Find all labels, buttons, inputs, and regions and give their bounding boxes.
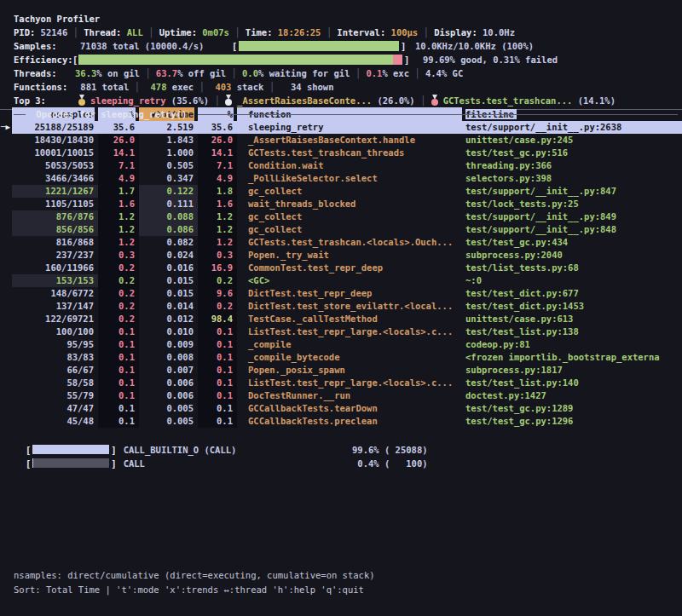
cell-file-line: ~:0 [465, 274, 682, 287]
table-row[interactable]: 100/1000.10.0100.1ListTest.test_repr_lar… [0, 325, 682, 338]
cell-tottime-pct: 0.2 [98, 262, 139, 274]
opcode-name: CALL_BUILTIN_O (CALL) [117, 444, 340, 457]
cell-nsamples: 237/237 [12, 249, 98, 262]
table-row[interactable]: 1105/11051.60.1111.6wait_threads_blocked… [0, 198, 682, 210]
table-row[interactable]: 47/470.10.0050.1GCCallbackTests.tearDown… [0, 402, 682, 415]
cell-function: GCCallbackTests.tearDown [237, 402, 465, 415]
table-row[interactable]: 95/950.10.0090.1_compilecodeop.py:81 [0, 338, 682, 351]
cell-cumtime-pct: 1.2 [198, 210, 237, 223]
cell-cumtime-pct: 16.9 [198, 262, 237, 274]
cell-function: ListTest.test_repr_large.<locals>.c... [237, 325, 465, 338]
samples-bar-close-bracket: ] [401, 39, 406, 53]
opcode-bar-fill [32, 458, 33, 468]
table-row[interactable]: 876/8761.20.0881.2gc_collecttest/support… [0, 210, 682, 223]
table-row[interactable]: 160/119660.20.01616.9CommonTest.test_rep… [0, 262, 682, 274]
opcode-count: ( 25088) [379, 445, 428, 455]
cell-nsamples: 55/79 [12, 389, 98, 402]
function-table: nsamples%▼tottime%functionfile:line25188… [0, 107, 682, 428]
cell-file-line: test/test_list.py:140 [465, 377, 682, 389]
row-gutter [0, 223, 12, 236]
top-function-share: (35.6%) [166, 95, 210, 106]
cell-file-line: test/test_gc.py:434 [465, 236, 682, 249]
cell-file-line: test/support/__init__.py:847 [465, 185, 682, 198]
threads-label: Threads: [14, 66, 57, 80]
table-row[interactable]: 55/790.10.0060.1DocTestRunner.__rundocte… [0, 389, 682, 402]
table-row[interactable]: 153/1530.20.0150.2<GC>~:0 [0, 274, 682, 287]
table-row[interactable]: 18430/1843026.01.84326.0_AssertRaisesBas… [0, 134, 682, 147]
row-gutter [0, 287, 12, 300]
cell-function: gc_collect [237, 223, 465, 236]
thread-stat-value: 4.4 [425, 68, 442, 78]
cell-file-line: subprocess.py:1817 [465, 364, 682, 377]
table-row[interactable]: 237/2370.30.0240.3Popen._try_waitsubproc… [0, 249, 682, 262]
status-value: 100µs [391, 27, 419, 37]
cell-file-line: unittest/case.py:613 [465, 313, 682, 325]
cell-file-line: test/lock_tests.py:25 [465, 198, 682, 210]
cell-nsamples: 3466/3466 [12, 172, 98, 185]
row-gutter [0, 364, 12, 377]
cell-tottime: 0.024 [139, 249, 198, 262]
opcode-percent: 0.4% [340, 458, 379, 470]
cell-nsamples: 153/153 [12, 274, 98, 287]
table-row[interactable]: 1221/12671.70.1221.8gc_collecttest/suppo… [0, 185, 682, 198]
row-gutter [0, 172, 12, 185]
cell-tottime: 0.005 [139, 402, 198, 415]
top-function-name: _AssertRaisesBaseConte... [237, 95, 372, 106]
row-gutter [0, 325, 12, 338]
cell-nsamples: 856/856 [12, 223, 98, 236]
thread-stat-text: % off gil [177, 68, 226, 78]
status-value: 18:26:25 [278, 27, 321, 37]
cell-tottime: 0.006 [139, 389, 198, 402]
cell-file-line: subprocess.py:2040 [465, 249, 682, 262]
table-row[interactable]: 3466/34664.90.3474.9_PollLikeSelector.se… [0, 172, 682, 185]
opcode-count: ( 100) [379, 458, 428, 469]
cell-nsamples: 18430/18430 [12, 134, 98, 147]
table-row[interactable]: 137/1470.20.0140.2DictTest.test_store_ev… [0, 300, 682, 313]
cell-tottime: 0.122 [139, 185, 198, 198]
cell-tottime: 0.088 [139, 210, 198, 223]
functions-stats: 881 total │ 478 exec │ 403 stack │ 34 sh… [75, 80, 334, 94]
cell-tottime: 0.010 [139, 325, 198, 338]
table-row[interactable]: 25188/2518935.62.51935.6sleeping_retryte… [0, 121, 682, 134]
status-label: Interval: [337, 27, 390, 37]
table-row[interactable]: 856/8561.20.0861.2gc_collecttest/support… [0, 223, 682, 236]
table-row[interactable]: 10001/1001514.11.00014.1GCTests.test_tra… [0, 147, 682, 159]
separator: │ [129, 82, 145, 92]
efficiency-bar-open-bracket: [ [72, 53, 78, 66]
samples-rate-bar-fill [239, 41, 399, 51]
opcode-bar-fill [32, 445, 109, 454]
cell-tottime: 0.015 [139, 287, 198, 300]
threads-line: Threads: 36.3% on gil │ 63.7% off gil │ … [0, 66, 682, 80]
opcodes-title-text: Opcodes for sleeping_retry() [36, 109, 187, 119]
thread-stat-value: 0.0 [242, 68, 258, 78]
status-label: PID: [14, 27, 41, 37]
cell-nsamples: 66/67 [12, 364, 98, 377]
separator: │ [209, 95, 225, 106]
table-row[interactable]: 83/830.10.0080.1_compile_bytecode<frozen… [0, 351, 682, 364]
table-row[interactable]: 5053/50537.10.5057.1Condition.waitthread… [0, 159, 682, 172]
cell-nsamples: 5053/5053 [12, 159, 98, 172]
status-line: PID: 52146 │ Thread: ALL │ Uptime: 0m07s… [0, 26, 682, 39]
cell-nsamples: 25188/25189 [12, 121, 98, 134]
cell-tottime-pct: 0.1 [98, 351, 139, 364]
function-stat-text: shown [302, 82, 334, 92]
cell-cumtime-pct: 1.8 [198, 185, 237, 198]
table-row[interactable]: 45/480.10.0050.1GCCallbackTests.preclean… [0, 415, 682, 428]
cell-tottime-pct: 0.1 [98, 338, 139, 351]
cell-cumtime-pct: 0.2 [198, 274, 237, 287]
cell-nsamples: 10001/10015 [12, 147, 98, 159]
row-gutter [0, 210, 12, 223]
footer-keybindings: Sort: Total Time | 't':mode 'x':trends ↔… [14, 583, 375, 597]
table-row[interactable]: 816/8681.20.0821.2GCTests.test_trashcan.… [0, 236, 682, 249]
table-row[interactable]: 58/580.10.0060.1ListTest.test_repr_large… [0, 377, 682, 389]
functions-line: Functions: 881 total │ 478 exec │ 403 st… [0, 80, 682, 94]
row-gutter [0, 185, 12, 198]
table-row[interactable]: 148/67720.20.0159.6DictTest.test_repr_de… [0, 287, 682, 300]
status-value: 52146 [41, 27, 68, 37]
cell-cumtime-pct: 0.1 [198, 325, 237, 338]
table-row[interactable]: 122/697210.20.01298.4TestCase._callTestM… [0, 313, 682, 325]
cell-function: sleeping_retry [237, 121, 465, 134]
cell-cumtime-pct: 98.4 [198, 313, 237, 325]
table-row[interactable]: 66/670.10.0070.1Popen._posix_spawnsubpro… [0, 364, 682, 377]
cell-function: GCTests.test_trashcan_threads [237, 147, 465, 159]
